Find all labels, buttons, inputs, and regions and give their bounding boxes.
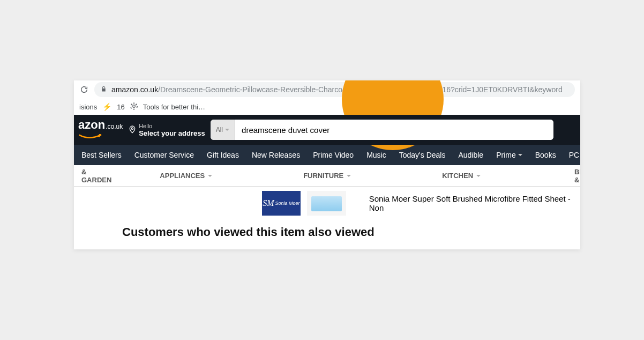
subnav-appliances[interactable]: APPLIANCES [160,172,212,180]
subnav-bedding[interactable]: BEDDING & L [574,168,580,184]
search-category-label: All [216,126,223,134]
subnav-garden[interactable]: & GARDEN [81,168,111,184]
settings-icon[interactable] [130,102,138,112]
url-text: amazon.co.uk/Dreamscene-Geometric-Pillow… [111,85,563,94]
product-image-thumb [307,191,346,216]
search-input[interactable] [235,120,553,140]
browser-toolbar: amazon.co.uk/Dreamscene-Geometric-Pillow… [74,80,580,99]
chevron-down-icon [518,154,522,156]
address-bar[interactable]: amazon.co.uk/Dreamscene-Geometric-Pillow… [94,82,575,97]
deliver-hello: Hello [139,123,205,129]
amazon-logo[interactable]: azon.co.uk [78,118,123,142]
category-subnav: & GARDEN APPLIANCES FURNITURE KITCHEN BE… [74,165,580,187]
nav-books[interactable]: Books [535,151,556,159]
bolt-icon[interactable]: ⚡ [102,102,111,111]
nav-gift-ideas[interactable]: Gift Ideas [207,151,239,159]
nav-prime-video[interactable]: Prime Video [313,151,354,159]
location-pin-icon [128,124,137,136]
product-title: Sonia Moer Super Soft Brushed Microfibre… [369,194,573,212]
lock-icon [101,86,107,94]
search-bar: All [211,120,553,140]
sponsored-product-row[interactable]: SMSonia Moer Sonia Moer Super Soft Brush… [74,187,580,220]
nav-todays-deals[interactable]: Today's Deals [399,151,446,159]
nav-pc[interactable]: PC & [569,151,580,159]
brand-logo-thumb: SMSonia Moer [262,191,301,216]
nav-music[interactable]: Music [366,151,386,159]
chevron-down-icon [347,175,351,177]
deliver-to[interactable]: Hello Select your address [128,123,205,137]
bookmark-tools[interactable]: Tools for better thi… [143,103,205,111]
chevron-down-icon [225,129,229,131]
nav-new-releases[interactable]: New Releases [252,151,300,159]
nav-customer-service[interactable]: Customer Service [134,151,194,159]
svg-point-0 [131,128,133,129]
nav-prime[interactable]: Prime [496,151,522,159]
deliver-select: Select your address [139,129,205,137]
section-heading: Customers who viewed this item also view… [74,220,580,245]
browser-window: amazon.co.uk/Dreamscene-Geometric-Pillow… [74,80,580,249]
amazon-header: azon.co.uk Hello Select your address All [74,115,580,145]
bookmarks-bar: isions ⚡ 16 Tools for better thi… [74,99,580,115]
reload-icon[interactable] [79,85,89,94]
search-category-dropdown[interactable]: All [211,120,235,140]
nav-audible[interactable]: Audible [458,151,483,159]
amazon-nav: Best Sellers Customer Service Gift Ideas… [74,145,580,165]
subnav-kitchen[interactable]: KITCHEN [442,172,481,180]
chevron-down-icon [208,175,212,177]
nav-best-sellers[interactable]: Best Sellers [81,151,122,159]
subnav-furniture[interactable]: FURNITURE [303,172,351,180]
chevron-down-icon [476,175,481,177]
bookmark-count[interactable]: 16 [117,103,124,111]
extension-partial[interactable]: isions [79,103,97,111]
